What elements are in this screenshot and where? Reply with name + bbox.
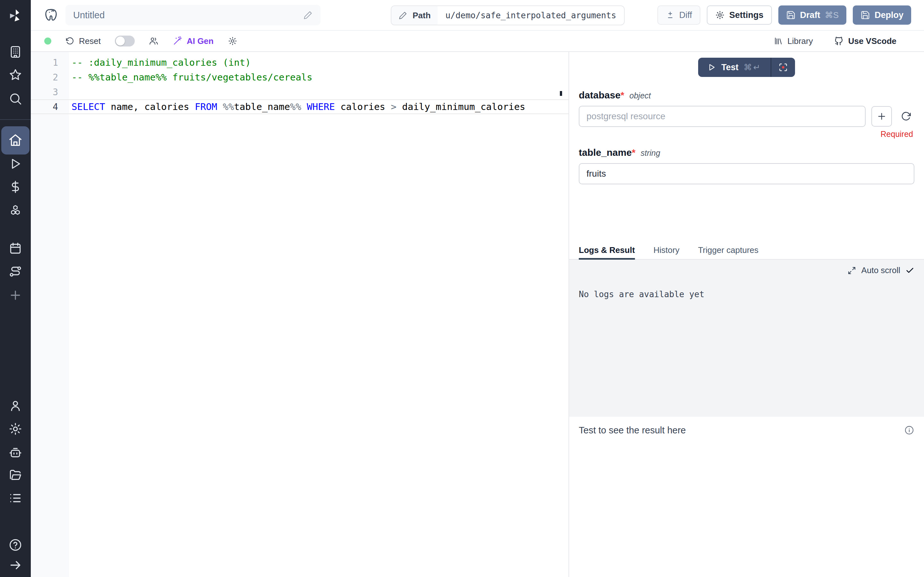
test-button[interactable]: Test ⌘↵ [698, 58, 771, 77]
save-icon [786, 10, 796, 20]
postgresql-icon [44, 8, 58, 23]
library-button[interactable]: Library [774, 36, 813, 46]
settings-button[interactable]: Settings [707, 5, 772, 25]
expand-icon[interactable] [847, 266, 856, 275]
capture-button[interactable] [771, 58, 795, 77]
edit-path-pencil-icon [399, 11, 407, 20]
code-comment: -- :daily_minimum_calories (int) [69, 57, 251, 68]
wand-sparkles-icon [173, 36, 182, 46]
costs-dollar-icon[interactable] [8, 180, 23, 194]
tab-trigger-captures[interactable]: Trigger captures [698, 245, 758, 259]
workers-robot-icon[interactable] [8, 446, 23, 460]
editor-toolbar: Reset AI Gen Libr [31, 31, 924, 52]
windmill-logo-icon[interactable] [8, 8, 23, 23]
database-field-label: database* object [579, 90, 914, 101]
table-name-input[interactable] [579, 163, 914, 184]
favorites-star-icon[interactable] [8, 68, 23, 82]
user-icon[interactable] [8, 399, 23, 413]
draft-shortcut: ⌘S [825, 10, 838, 20]
database-input[interactable] [579, 106, 866, 127]
logs-empty-message: No logs are available yet [579, 290, 914, 299]
tab-history[interactable]: History [654, 245, 680, 259]
result-placeholder: Test to see the result here [579, 425, 686, 436]
collapse-arrow-right-icon[interactable] [8, 558, 23, 572]
path-value: u/demo/safe_interpolated_arguments [438, 6, 624, 25]
logs-tabs: Logs & Result History Trigger captures [569, 244, 924, 259]
code-line-1[interactable]: 1 -- :daily_minimum_calories (int) [31, 55, 569, 70]
auto-scroll-label: Auto scroll [861, 266, 900, 276]
refresh-icon [901, 111, 911, 122]
save-icon [861, 10, 870, 20]
library-icon [774, 37, 783, 45]
path-label: Path [413, 11, 431, 21]
add-plus-icon[interactable] [8, 288, 23, 302]
capture-icon [779, 63, 788, 72]
code-editor[interactable]: 1 -- :daily_minimum_calories (int) 2 -- … [31, 52, 569, 577]
status-dot [44, 37, 51, 45]
runs-play-icon[interactable] [8, 157, 23, 171]
sidebar-item-home[interactable] [1, 126, 29, 155]
script-title-pill[interactable] [65, 5, 320, 25]
code-line-4[interactable]: 4 SELECT name, calories FROM %%table_nam… [31, 99, 569, 114]
sidebar-divider [0, 119, 31, 120]
result-panel: Test to see the result here [569, 417, 924, 577]
settings-gear-icon[interactable] [8, 422, 23, 436]
github-icon [834, 36, 844, 46]
test-shortcut: ⌘↵ [744, 63, 762, 73]
info-icon[interactable] [904, 425, 914, 435]
table-name-field-label: table_name* string [579, 147, 914, 158]
reset-icon [65, 37, 74, 45]
code-comment: -- %%table_name%% fruits/vegetables/cere… [69, 72, 312, 83]
diff-icon [666, 11, 675, 19]
play-icon [707, 63, 716, 72]
flows-route-icon[interactable] [8, 264, 23, 279]
arguments-section: Test ⌘↵ database* [569, 52, 924, 244]
editor-gutter [31, 52, 69, 577]
app-sidebar [0, 0, 31, 577]
code-line-3[interactable]: 3 [31, 85, 569, 99]
refresh-resources-button[interactable] [898, 111, 914, 122]
gear-icon [715, 10, 725, 20]
code-line-2[interactable]: 2 -- %%table_name%% fruits/vegetables/ce… [31, 70, 569, 85]
topbar: Path u/demo/safe_interpolated_arguments … [31, 0, 924, 31]
tab-logs-result[interactable]: Logs & Result [579, 245, 635, 259]
ai-gen-button[interactable]: AI Gen [173, 36, 214, 46]
path-pill[interactable]: Path u/demo/safe_interpolated_arguments [391, 5, 625, 25]
plus-icon [877, 111, 887, 121]
workspace-building-icon[interactable] [8, 45, 23, 59]
folder-open-icon[interactable] [8, 468, 23, 482]
code-sql-statement: SELECT name, calories FROM %%table_name%… [69, 101, 525, 112]
diff-button[interactable]: Diff [657, 5, 700, 25]
add-resource-button[interactable] [871, 106, 892, 127]
multiplayer-toggle[interactable] [115, 35, 135, 47]
draft-button[interactable]: Draft ⌘S [779, 5, 846, 25]
run-panel: Test ⌘↵ database* [569, 52, 924, 577]
collaborators-users-icon[interactable] [149, 36, 158, 46]
use-vscode-button[interactable]: Use VScode [834, 36, 897, 46]
audit-logs-list-icon[interactable] [8, 491, 23, 505]
help-icon[interactable] [8, 538, 23, 552]
overview-ruler-cursor-mark [560, 91, 562, 96]
logs-panel: Auto scroll No logs are available yet [569, 259, 924, 417]
edit-title-pencil-icon[interactable] [303, 10, 313, 20]
schedules-calendar-icon[interactable] [8, 242, 23, 255]
required-warning: Required [579, 129, 914, 139]
deploy-button[interactable]: Deploy [853, 5, 911, 25]
check-icon[interactable] [905, 266, 914, 275]
reset-button[interactable]: Reset [65, 36, 101, 46]
editor-settings-gear-icon[interactable] [228, 36, 237, 46]
resources-boxes-icon[interactable] [8, 203, 23, 217]
search-icon[interactable] [8, 92, 23, 106]
script-title-input[interactable] [73, 10, 303, 21]
